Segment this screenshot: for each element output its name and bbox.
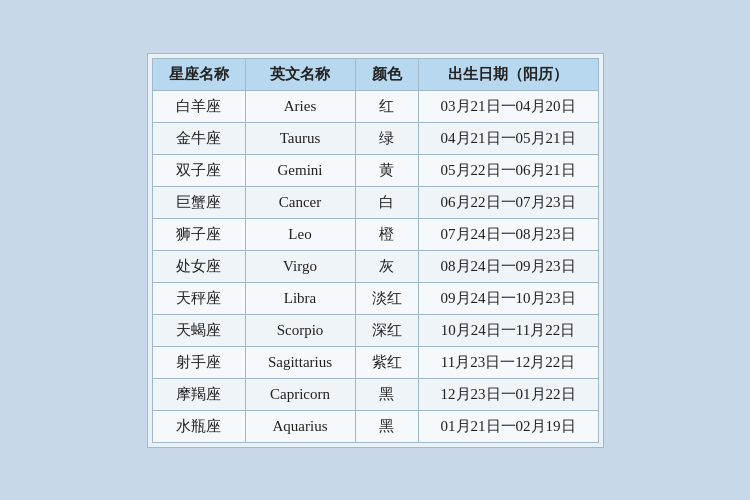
table-row: 摩羯座Capricorn黑12月23日一01月22日 — [152, 378, 598, 410]
cell-date: 06月22日一07月23日 — [418, 186, 598, 218]
cell-chinese: 水瓶座 — [152, 410, 245, 442]
header-color: 颜色 — [355, 58, 418, 90]
cell-english: Taurus — [245, 122, 355, 154]
cell-english: Libra — [245, 282, 355, 314]
cell-chinese: 天蝎座 — [152, 314, 245, 346]
table-row: 天蝎座Scorpio深红10月24日一11月22日 — [152, 314, 598, 346]
cell-date: 03月21日一04月20日 — [418, 90, 598, 122]
cell-english: Capricorn — [245, 378, 355, 410]
table-row: 水瓶座Aquarius黑01月21日一02月19日 — [152, 410, 598, 442]
cell-chinese: 白羊座 — [152, 90, 245, 122]
cell-date: 01月21日一02月19日 — [418, 410, 598, 442]
cell-color: 紫红 — [355, 346, 418, 378]
cell-english: Virgo — [245, 250, 355, 282]
cell-english: Gemini — [245, 154, 355, 186]
zodiac-table-container: 星座名称 英文名称 颜色 出生日期（阳历） 白羊座Aries红03月21日一04… — [147, 53, 604, 448]
cell-date: 07月24日一08月23日 — [418, 218, 598, 250]
cell-date: 05月22日一06月21日 — [418, 154, 598, 186]
cell-chinese: 巨蟹座 — [152, 186, 245, 218]
header-date: 出生日期（阳历） — [418, 58, 598, 90]
cell-color: 深红 — [355, 314, 418, 346]
header-english: 英文名称 — [245, 58, 355, 90]
table-row: 巨蟹座Cancer白06月22日一07月23日 — [152, 186, 598, 218]
cell-english: Aries — [245, 90, 355, 122]
cell-color: 橙 — [355, 218, 418, 250]
cell-chinese: 摩羯座 — [152, 378, 245, 410]
cell-chinese: 双子座 — [152, 154, 245, 186]
table-row: 狮子座Leo橙07月24日一08月23日 — [152, 218, 598, 250]
cell-color: 红 — [355, 90, 418, 122]
cell-date: 08月24日一09月23日 — [418, 250, 598, 282]
table-row: 射手座Sagittarius紫红11月23日一12月22日 — [152, 346, 598, 378]
cell-date: 10月24日一11月22日 — [418, 314, 598, 346]
cell-chinese: 射手座 — [152, 346, 245, 378]
cell-color: 白 — [355, 186, 418, 218]
cell-color: 淡红 — [355, 282, 418, 314]
table-row: 天秤座Libra淡红09月24日一10月23日 — [152, 282, 598, 314]
table-row: 金牛座Taurus绿04月21日一05月21日 — [152, 122, 598, 154]
table-row: 双子座Gemini黄05月22日一06月21日 — [152, 154, 598, 186]
cell-color: 黑 — [355, 410, 418, 442]
cell-color: 黄 — [355, 154, 418, 186]
cell-date: 12月23日一01月22日 — [418, 378, 598, 410]
table-row: 处女座Virgo灰08月24日一09月23日 — [152, 250, 598, 282]
cell-date: 11月23日一12月22日 — [418, 346, 598, 378]
cell-date: 04月21日一05月21日 — [418, 122, 598, 154]
cell-color: 绿 — [355, 122, 418, 154]
cell-chinese: 处女座 — [152, 250, 245, 282]
cell-date: 09月24日一10月23日 — [418, 282, 598, 314]
cell-english: Scorpio — [245, 314, 355, 346]
cell-english: Aquarius — [245, 410, 355, 442]
zodiac-table: 星座名称 英文名称 颜色 出生日期（阳历） 白羊座Aries红03月21日一04… — [152, 58, 599, 443]
cell-chinese: 狮子座 — [152, 218, 245, 250]
table-row: 白羊座Aries红03月21日一04月20日 — [152, 90, 598, 122]
cell-chinese: 天秤座 — [152, 282, 245, 314]
cell-color: 黑 — [355, 378, 418, 410]
cell-english: Leo — [245, 218, 355, 250]
cell-english: Sagittarius — [245, 346, 355, 378]
cell-chinese: 金牛座 — [152, 122, 245, 154]
table-header-row: 星座名称 英文名称 颜色 出生日期（阳历） — [152, 58, 598, 90]
cell-english: Cancer — [245, 186, 355, 218]
cell-color: 灰 — [355, 250, 418, 282]
header-chinese: 星座名称 — [152, 58, 245, 90]
